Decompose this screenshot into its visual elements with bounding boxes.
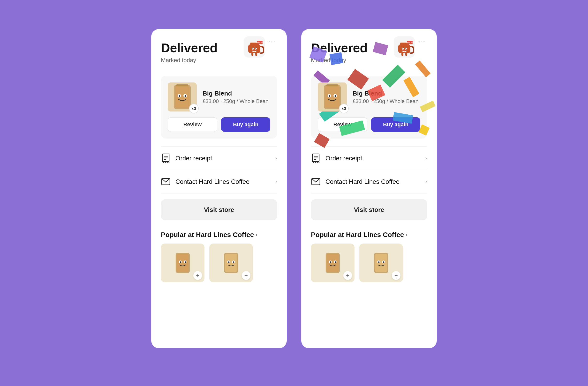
- popular-product-right-2[interactable]: +: [359, 244, 403, 282]
- svg-point-62: [330, 262, 331, 263]
- svg-point-68: [378, 262, 380, 263]
- visit-store-button-right[interactable]: Visit store: [311, 199, 427, 220]
- product-name: Big Blend: [203, 90, 270, 97]
- svg-text:HARD LINES: HARD LINES: [256, 42, 264, 43]
- product-meta-right: £33.00 · 250g / Whole Bean: [353, 98, 420, 104]
- product-name-right: Big Blend: [353, 90, 420, 97]
- product-image-wrap: x3: [168, 82, 197, 111]
- visit-store-button[interactable]: Visit store: [161, 199, 277, 220]
- product-quantity-right: x3: [339, 104, 349, 113]
- svg-point-28: [185, 262, 186, 263]
- svg-point-4: [252, 48, 253, 49]
- popular-chevron: ›: [256, 232, 257, 238]
- menu-list: Order receipt › Contact Hard Lines Coffe…: [161, 146, 277, 193]
- order-receipt-label-right: Order receipt: [325, 155, 420, 162]
- svg-point-39: [402, 48, 403, 49]
- envelope-icon-right: [311, 177, 321, 186]
- order-card-right: ··· HARD LINES Delivered Marked today: [301, 29, 437, 348]
- review-button[interactable]: Review: [168, 117, 217, 132]
- more-menu-button[interactable]: ···: [268, 38, 276, 45]
- contact-chevron-right: ›: [425, 179, 427, 185]
- svg-rect-47: [325, 86, 339, 108]
- product-row-right: x3 Big Blend £33.00 · 250g / Whole Bean: [318, 82, 420, 111]
- popular-chevron-right: ›: [406, 232, 407, 238]
- add-product-right-2-icon[interactable]: +: [392, 271, 400, 280]
- order-receipt-item[interactable]: Order receipt ›: [161, 146, 277, 170]
- svg-rect-65: [375, 254, 387, 272]
- contact-item-right[interactable]: Contact Hard Lines Coffee ›: [311, 170, 427, 193]
- product-row: x3 Big Blend £33.00 · 250g / Whole Bean: [168, 82, 270, 111]
- brand-logo-right: HARD LINES: [394, 36, 415, 58]
- popular-product-1[interactable]: +: [161, 244, 205, 282]
- order-receipt-chevron: ›: [275, 155, 277, 161]
- svg-point-5: [255, 48, 256, 49]
- product-actions: Review Buy again: [168, 117, 270, 132]
- svg-rect-17: [176, 84, 188, 86]
- popular-header-right[interactable]: Popular at Hard Lines Coffee ›: [311, 231, 427, 239]
- svg-rect-24: [177, 254, 189, 272]
- receipt-icon-right: [311, 153, 321, 163]
- popular-product-2[interactable]: +: [209, 244, 253, 282]
- buy-again-button[interactable]: Buy again: [221, 117, 270, 132]
- contact-item[interactable]: Contact Hard Lines Coffee ›: [161, 170, 277, 193]
- svg-rect-30: [225, 254, 237, 272]
- buy-again-button-right[interactable]: Buy again: [371, 117, 420, 132]
- status-subtitle-right: Marked today: [311, 57, 427, 64]
- svg-point-34: [233, 262, 234, 263]
- product-info-right: Big Blend £33.00 · 250g / Whole Bean: [353, 90, 420, 104]
- order-receipt-item-right[interactable]: Order receipt ›: [311, 146, 427, 170]
- brand-logo: HARD LINES: [244, 36, 265, 58]
- popular-products: + +: [161, 244, 277, 282]
- popular-title-right: Popular at Hard Lines Coffee: [311, 231, 404, 239]
- receipt-icon: [161, 153, 170, 163]
- product-info: Big Blend £33.00 · 250g / Whole Bean: [203, 90, 270, 104]
- popular-product-right-1[interactable]: +: [311, 244, 355, 282]
- svg-text:HARD LINES: HARD LINES: [406, 42, 414, 43]
- contact-label: Contact Hard Lines Coffee: [175, 178, 271, 185]
- popular-title: Popular at Hard Lines Coffee: [161, 231, 254, 239]
- product-meta: £33.00 · 250g / Whole Bean: [203, 98, 270, 104]
- svg-rect-10: [255, 53, 257, 56]
- svg-point-69: [383, 262, 384, 263]
- status-subtitle: Marked today: [161, 57, 277, 64]
- add-product-icon[interactable]: +: [193, 271, 202, 280]
- popular-header[interactable]: Popular at Hard Lines Coffee ›: [161, 231, 277, 239]
- add-product-2-icon[interactable]: +: [242, 271, 251, 280]
- order-receipt-label: Order receipt: [175, 155, 271, 162]
- more-menu-button-right[interactable]: ···: [418, 38, 426, 45]
- svg-point-40: [405, 48, 406, 49]
- svg-rect-44: [401, 53, 403, 56]
- order-card-left: ··· HARD LINES Delivered Marked today: [151, 29, 287, 348]
- popular-products-right: + +: [311, 244, 427, 282]
- envelope-icon: [161, 177, 170, 186]
- svg-rect-9: [252, 53, 253, 56]
- svg-point-33: [228, 262, 230, 263]
- svg-rect-59: [327, 254, 339, 272]
- menu-list-right: Order receipt › Contact Hard Lines Coffe…: [311, 146, 427, 193]
- contact-chevron: ›: [275, 179, 277, 185]
- add-product-right-1-icon[interactable]: +: [343, 271, 352, 280]
- contact-label-right: Contact Hard Lines Coffee: [325, 178, 420, 185]
- svg-rect-12: [175, 86, 189, 108]
- order-receipt-chevron-right: ›: [425, 155, 427, 161]
- product-image-wrap-right: x3: [318, 82, 347, 111]
- product-quantity: x3: [189, 104, 199, 113]
- product-section-right: x3 Big Blend £33.00 · 250g / Whole Bean …: [311, 76, 427, 139]
- svg-point-51: [335, 95, 336, 97]
- review-button-right[interactable]: Review: [318, 117, 367, 132]
- svg-point-27: [180, 262, 181, 263]
- product-actions-right: Review Buy again: [318, 117, 420, 132]
- svg-rect-52: [326, 84, 338, 86]
- svg-point-63: [335, 262, 336, 263]
- svg-point-16: [185, 95, 186, 97]
- svg-point-15: [179, 95, 181, 97]
- product-section: x3 Big Blend £33.00 · 250g / Whole Bean …: [161, 76, 277, 139]
- svg-point-50: [329, 95, 331, 97]
- svg-rect-45: [405, 53, 407, 56]
